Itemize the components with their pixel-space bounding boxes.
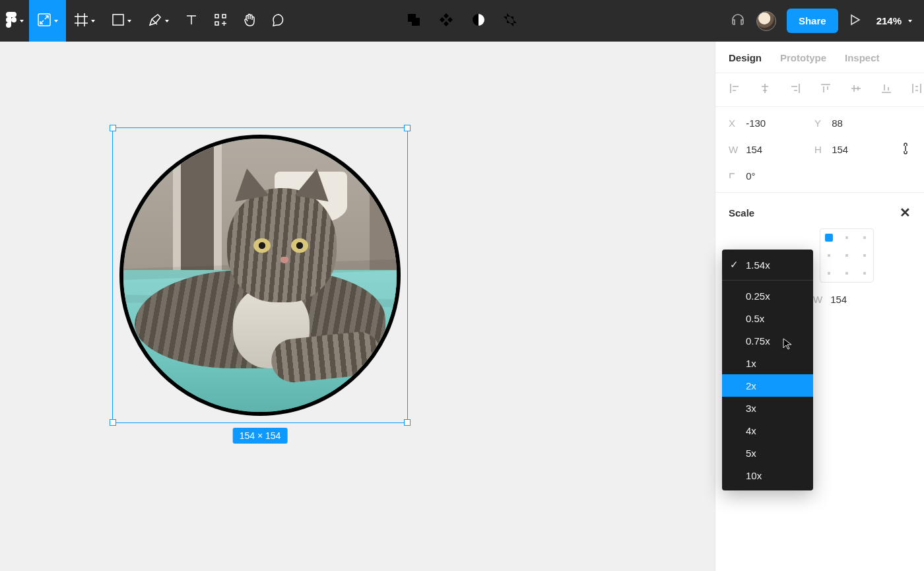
origin-top-center[interactable] [845,236,848,239]
scale-origin-grid[interactable] [820,228,874,283]
panel-tabs: Design Prototype Inspect [715,42,924,73]
tab-inspect[interactable]: Inspect [845,52,880,73]
resources-button[interactable] [206,0,235,42]
transform-properties: X -130 Y 88 W 154 H 154 0° [715,107,924,193]
resize-handle-tl[interactable] [110,125,116,131]
scale-option[interactable]: ✓3x [722,397,813,419]
scale-option[interactable]: ✓4x [722,419,813,442]
scale-option[interactable]: ✓5x [722,442,813,464]
svg-rect-3 [222,15,226,18]
scale-option-label: 10x [746,470,762,481]
hand-tool-icon [242,13,257,30]
zoom-dropdown[interactable]: 214% [871,15,917,26]
scale-option-label: 1.54x [746,259,770,271]
origin-bot-right[interactable] [863,272,866,275]
origin-top-left[interactable] [825,234,833,242]
selection-dimensions-badge: 154 × 154 [233,428,288,444]
present-button[interactable] [849,14,861,28]
toolbar-center [407,12,517,30]
scale-width-readout: W 154 [813,294,847,305]
scale-tool-icon [37,13,51,30]
figma-menu-button[interactable] [0,0,29,42]
align-left-icon[interactable] [729,83,741,97]
canvas-area[interactable]: 154 × 154 [0,42,715,571]
resize-handle-br[interactable] [404,419,411,426]
comment-tool-icon [271,13,286,30]
prop-y[interactable]: Y 88 [814,118,900,129]
tab-design[interactable]: Design [729,52,762,73]
avatar[interactable] [756,11,776,31]
origin-mid-left[interactable] [828,254,830,257]
selected-image-frame[interactable] [119,135,401,416]
chevron-down-icon [54,20,58,22]
scale-tool-button[interactable] [29,0,66,42]
chevron-down-icon [165,20,169,22]
origin-top-right[interactable] [863,236,866,239]
resize-handle-bl[interactable] [110,419,116,426]
component-tool-icon[interactable] [438,12,454,30]
figma-logo-icon [5,11,17,31]
resources-icon [214,13,227,29]
scale-option-current[interactable]: ✓ 1.54x [722,253,813,276]
scale-option[interactable]: ✓2x [722,374,813,397]
align-hcenter-icon[interactable] [759,83,771,97]
origin-mid-right[interactable] [863,254,866,257]
origin-bot-center[interactable] [845,272,848,275]
origin-bot-left[interactable] [828,272,830,275]
prop-h[interactable]: H 154 [814,144,900,155]
mask-tool-icon[interactable] [471,13,486,30]
scale-option-label: 2x [746,380,756,391]
align-right-icon[interactable] [789,83,801,97]
svg-rect-6 [412,18,420,26]
pen-tool-button[interactable] [140,0,177,42]
text-tool-button[interactable] [177,0,206,42]
svg-rect-2 [215,15,218,18]
scale-section-header: Scale ✕ [715,193,924,228]
audio-chat-icon[interactable] [730,12,746,30]
scale-option[interactable]: ✓0.75x [722,329,813,352]
scale-option-label: 0.5x [746,313,764,324]
scale-option-label: 5x [746,448,756,459]
scale-factor-dropdown[interactable]: ✓ 1.54x ✓0.25x✓0.5x✓0.75x✓1x✓2x✓3x✓4x✓5x… [722,250,813,490]
scale-option-label: 3x [746,403,756,414]
crop-tool-icon[interactable] [503,13,517,30]
scale-option-label: 1x [746,358,756,369]
placeholder-photo [123,139,397,412]
align-bottom-icon[interactable] [880,83,892,97]
check-icon: ✓ [730,259,739,271]
scale-option[interactable]: ✓10x [722,464,813,487]
share-button[interactable]: Share [787,9,838,33]
align-vcenter-icon[interactable] [850,83,862,97]
close-icon[interactable]: ✕ [900,205,911,220]
chevron-down-icon [91,20,95,22]
selection-bounds[interactable]: 154 × 154 [112,127,408,423]
scale-option[interactable]: ✓0.5x [722,307,813,329]
scale-option[interactable]: ✓0.25x [722,285,813,307]
origin-center[interactable] [845,254,848,257]
zoom-label: 214% [876,15,902,26]
prop-x[interactable]: X -130 [729,118,814,129]
tab-prototype[interactable]: Prototype [780,52,826,73]
resize-handle-tr[interactable] [404,125,411,131]
prop-rotation[interactable]: 0° [729,170,814,182]
pen-tool-icon [148,13,162,30]
frame-tool-button[interactable] [66,0,103,42]
prop-w[interactable]: W 154 [729,144,814,155]
hand-tool-button[interactable] [235,0,264,42]
dropdown-separator [722,280,813,281]
constrain-proportions-icon[interactable] [900,142,911,157]
comment-tool-button[interactable] [264,0,293,42]
align-top-icon[interactable] [820,83,832,97]
shape-tool-button[interactable] [103,0,140,42]
scale-option-label: 0.25x [746,290,770,302]
scale-option[interactable]: ✓1x [722,352,813,374]
distribute-icon[interactable] [911,83,923,97]
alignment-row [715,73,924,107]
boolean-tool-icon[interactable] [407,13,421,30]
toolbar-left [0,0,293,42]
scale-option-label: 4x [746,425,756,436]
chevron-down-icon [127,20,131,22]
svg-rect-1 [113,15,123,25]
properties-panel: Design Prototype Inspect X -130 Y 88 W 1… [715,42,924,571]
scale-option-label: 0.75x [746,335,770,347]
